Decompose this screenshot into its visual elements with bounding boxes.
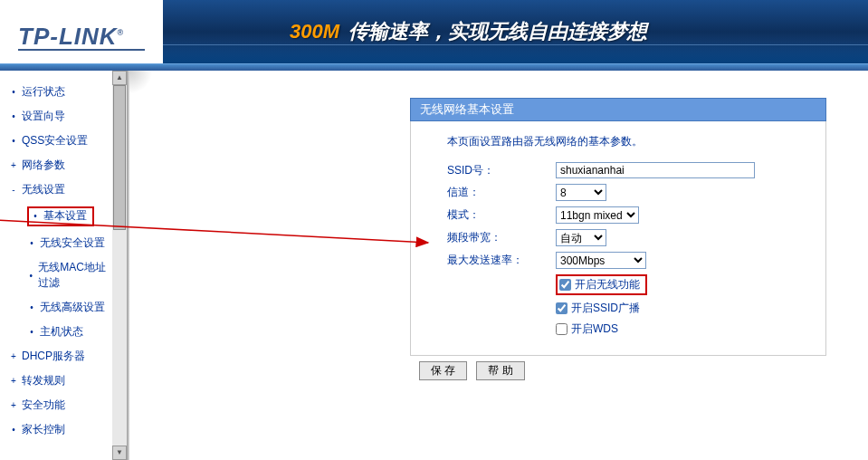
enable-wireless-checkbox[interactable]: [559, 279, 571, 291]
channel-select[interactable]: 8: [556, 184, 606, 201]
bandwidth-select[interactable]: 自动: [556, 229, 606, 246]
mode-label: 模式：: [447, 207, 556, 223]
logo-area: TP-LINK®: [0, 0, 163, 63]
enable-broadcast-label: 开启SSID广播: [571, 301, 640, 316]
ssid-input[interactable]: [556, 162, 755, 178]
nav-security[interactable]: +安全功能: [9, 393, 112, 417]
nav-network[interactable]: +网络参数: [9, 153, 112, 177]
save-button[interactable]: 保 存: [419, 361, 467, 380]
sidebar-nav: •运行状态 •设置向导 •QSS安全设置 +网络参数 -无线设置 •基本设置 •…: [0, 71, 112, 460]
nav-qss[interactable]: •QSS安全设置: [9, 129, 112, 153]
brand-logo: TP-LINK®: [18, 23, 124, 50]
bandwidth-label: 频段带宽：: [447, 230, 556, 245]
nav-wireless-security[interactable]: •无线安全设置: [9, 231, 112, 255]
panel-title: 无线网络基本设置: [410, 98, 826, 121]
channel-label: 信道：: [447, 185, 556, 200]
enable-broadcast-checkbox[interactable]: [556, 302, 568, 314]
scroll-arrow-down-icon[interactable]: ▼: [112, 446, 127, 460]
nav-wizard[interactable]: •设置向导: [9, 104, 112, 129]
banner-speed: 300M: [290, 20, 339, 43]
nav-status[interactable]: •运行状态: [9, 80, 112, 104]
scroll-arrow-up-icon[interactable]: ▲: [112, 71, 127, 85]
nav-wireless-host[interactable]: •主机状态: [9, 320, 112, 344]
mode-select[interactable]: 11bgn mixed: [556, 206, 639, 224]
sidebar-scrollbar[interactable]: ▲ ▼: [112, 71, 127, 460]
maxrate-select[interactable]: 300Mbps: [556, 252, 646, 269]
nav-forward[interactable]: +转发规则: [9, 369, 112, 393]
enable-wds-checkbox[interactable]: [556, 323, 568, 335]
maxrate-label: 最大发送速率：: [447, 253, 556, 268]
nav-parental[interactable]: •家长控制: [9, 417, 112, 442]
banner-slogan: 传输速率，实现无线自由连接梦想: [348, 18, 647, 45]
nav-dhcp[interactable]: +DHCP服务器: [9, 344, 112, 369]
enable-wireless-label: 开启无线功能: [575, 277, 640, 292]
header-divider: [0, 63, 868, 71]
panel-description: 本页面设置路由器无线网络的基本参数。: [447, 134, 807, 149]
nav-wireless-advanced[interactable]: •无线高级设置: [9, 295, 112, 320]
help-button[interactable]: 帮 助: [476, 361, 524, 380]
banner: 300M 传输速率，实现无线自由连接梦想: [163, 0, 868, 63]
nav-wireless[interactable]: -无线设置: [9, 177, 112, 202]
nav-wireless-basic[interactable]: •基本设置: [9, 202, 112, 231]
nav-wireless-mac[interactable]: •无线MAC地址过滤: [9, 255, 112, 295]
enable-wds-label: 开启WDS: [571, 321, 618, 337]
scroll-thumb[interactable]: [113, 85, 126, 230]
ssid-label: SSID号：: [447, 163, 556, 178]
